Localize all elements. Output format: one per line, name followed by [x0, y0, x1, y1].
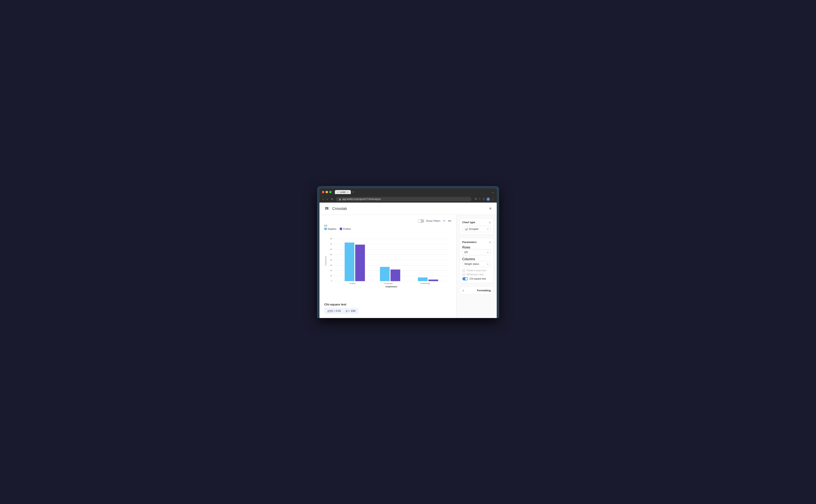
columns-dropdown-icon: ∨ — [487, 263, 489, 265]
back-button[interactable]: ‹ — [322, 197, 325, 201]
show-filters-toggle[interactable]: Show Filters — [418, 219, 440, 223]
rows-value: ER — [465, 251, 468, 254]
bar-healthy-negative — [345, 243, 354, 281]
parameters-chevron: ∧ — [489, 241, 491, 244]
chart-type-header[interactable]: Chart type ∧ — [462, 221, 491, 224]
svg-text:60: 60 — [330, 248, 332, 250]
chi-stat: χ²(2) = 0.91 — [328, 309, 341, 312]
address-bar-row: ‹ › ↻ 🔒 app.ledidi.no/projects/7134/anal… — [320, 196, 497, 203]
fisher-exact-test-option[interactable]: Fisher's exact test — [462, 269, 491, 272]
svg-text:30: 30 — [330, 264, 332, 266]
formatting-section: ∨ Formatting — [460, 286, 493, 295]
legend-color-positive — [340, 228, 342, 230]
svg-text:40: 40 — [330, 259, 332, 261]
svg-text:50: 50 — [330, 254, 332, 256]
columns-field: Columns Weight status ∨ — [462, 257, 491, 267]
bookmark-button[interactable]: ☆ — [478, 197, 481, 201]
menu-button[interactable]: ⋮ — [492, 197, 494, 201]
app-logo-area: Crosstab — [324, 206, 347, 211]
fisher-label: Fisher's exact test — [467, 269, 486, 272]
address-bar[interactable]: 🔒 app.ledidi.no/projects/7134/analysis — [336, 197, 471, 201]
minimize-traffic-light[interactable] — [326, 191, 328, 193]
bar-underweight-positive — [428, 280, 438, 281]
parameters-section: Parameters ∧ Rows ER ∨ Columns — [460, 238, 493, 283]
parameters-header[interactable]: Parameters ∧ — [462, 241, 491, 244]
svg-text:70: 70 — [330, 243, 332, 245]
bar-underweight-negative — [418, 277, 428, 281]
chi-square-toggle[interactable] — [462, 277, 468, 280]
chart-area: Show Filters ✏ ••• ER Negative — [320, 215, 456, 318]
chart-container: ER Negative Positive — [324, 224, 451, 299]
show-filters-label: Show Filters — [426, 219, 440, 222]
svg-text:weightstatus: weightstatus — [385, 285, 397, 288]
traffic-lights — [322, 191, 332, 193]
chi-square-toggle-knob — [465, 278, 468, 280]
bar-chart: 80 70 60 50 40 30 20 10 0 Frequencies — [324, 232, 451, 288]
formatting-title: Formatting — [477, 289, 491, 292]
columns-value: Weight status — [465, 263, 479, 265]
legend-item-negative: Negative — [324, 228, 337, 230]
main-layout: Show Filters ✏ ••• ER Negative — [320, 215, 497, 318]
mcnemar-test-option[interactable]: McNemar's test — [462, 273, 491, 276]
tab-title: Ledidi — [340, 191, 346, 193]
bar-overweight-positive — [391, 269, 400, 281]
parameters-title: Parameters — [462, 241, 477, 244]
window-controls: ⌄ — [492, 190, 494, 194]
url-text: app.ledidi.no/projects/7134/analysis — [342, 198, 381, 201]
legend-color-negative — [324, 228, 327, 230]
chi-square-section: Chi-square test χ²(2) = 0.91 p = .636 — [324, 299, 451, 314]
chart-legend: Negative Positive — [324, 228, 451, 230]
svg-text:Underweight: Underweight — [420, 282, 430, 284]
filters-toggle-switch[interactable] — [418, 219, 424, 223]
chart-type-icon: 📊 — [465, 227, 468, 230]
chi-square-test-option[interactable]: Chi-square test — [462, 277, 491, 280]
forward-button[interactable]: › — [326, 197, 329, 201]
legend-item-positive: Positive — [340, 228, 351, 230]
sidebar: Chart type ∧ 📊 Grouped ∨ — [456, 215, 497, 318]
svg-text:20: 20 — [330, 269, 332, 272]
rows-dropdown[interactable]: ER ∨ — [462, 249, 491, 255]
chi-pval: p = .636 — [346, 309, 356, 312]
controls-bar: Show Filters ✏ ••• — [324, 219, 451, 223]
app-title: Crosstab — [332, 207, 347, 211]
mcnemar-radio — [462, 273, 465, 276]
legend-label-positive: Positive — [343, 228, 351, 230]
chart-type-dropdown[interactable]: 📊 Grouped ∨ — [462, 226, 491, 232]
toggle-knob — [418, 220, 421, 222]
svg-text:Frequencies: Frequencies — [325, 256, 327, 266]
svg-text:10: 10 — [330, 275, 332, 277]
svg-text:Overweight: Overweight — [384, 282, 393, 284]
app-logo — [324, 206, 330, 211]
new-tab-button[interactable]: ＋ — [352, 190, 355, 194]
close-button[interactable]: ✕ — [489, 206, 492, 211]
rows-field: Rows ER ∨ — [462, 246, 491, 255]
chart-type-section: Chart type ∧ 📊 Grouped ∨ — [460, 218, 493, 235]
rows-label: Rows — [462, 246, 470, 249]
edit-button[interactable]: ✏ — [443, 219, 446, 223]
formatting-header[interactable]: ∨ Formatting — [462, 289, 491, 292]
chart-svg-area: 80 70 60 50 40 30 20 10 0 Frequencies — [324, 232, 451, 299]
bar-healthy-positive — [355, 245, 365, 281]
profile-button[interactable]: A — [486, 197, 490, 201]
app-content: Crosstab ✕ Show Filters — [320, 203, 497, 318]
more-options-button[interactable]: ••• — [448, 219, 451, 223]
chart-er-label: ER — [324, 224, 451, 227]
extensions2-button[interactable]: ⬡ — [482, 197, 485, 201]
legend-label-negative: Negative — [328, 228, 337, 230]
svg-text:80: 80 — [330, 238, 332, 240]
close-traffic-light[interactable] — [322, 191, 324, 193]
columns-dropdown[interactable]: Weight status ∨ — [462, 261, 491, 267]
formatting-chevron: ∨ — [462, 289, 464, 292]
active-tab[interactable]: ⌐ Ledidi ✕ — [335, 190, 351, 194]
lock-icon: 🔒 — [339, 198, 341, 200]
fisher-radio — [462, 269, 465, 272]
bar-overweight-negative — [380, 267, 390, 281]
extensions-button[interactable]: ⊡ — [475, 197, 477, 201]
chart-type-dropdown-icon: ∨ — [487, 228, 489, 230]
reload-button[interactable]: ↻ — [330, 197, 334, 201]
columns-label: Columns — [462, 257, 475, 261]
tab-close-button[interactable]: ✕ — [347, 191, 348, 193]
fullscreen-traffic-light[interactable] — [329, 191, 332, 193]
chart-type-chevron: ∧ — [489, 221, 491, 224]
svg-text:Healthy: Healthy — [349, 282, 356, 284]
